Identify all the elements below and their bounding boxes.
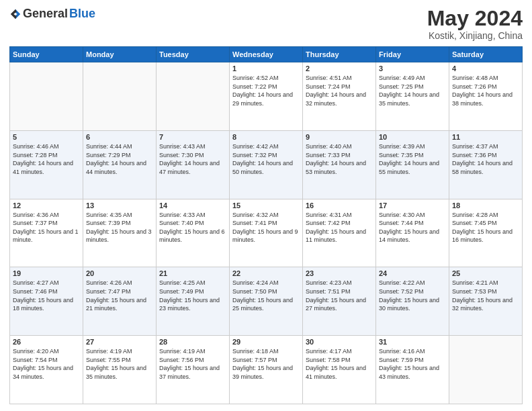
day-number: 31 xyxy=(379,338,446,346)
day-number: 5 xyxy=(13,133,80,141)
location: Kostik, Xinjiang, China xyxy=(427,30,523,41)
logo-blue: Blue xyxy=(69,7,95,21)
day-number: 26 xyxy=(13,338,80,346)
day-number: 12 xyxy=(13,201,80,210)
day-info: Sunrise: 4:33 AMSunset: 7:40 PMDaylight:… xyxy=(159,211,226,244)
day-number: 24 xyxy=(379,269,446,277)
day-number: 28 xyxy=(159,338,226,346)
day-number: 9 xyxy=(306,133,373,141)
weekday-header: Wednesday xyxy=(230,47,303,62)
day-info: Sunrise: 4:52 AMSunset: 7:22 PMDaylight:… xyxy=(232,74,300,107)
calendar-cell: 21Sunrise: 4:25 AMSunset: 7:49 PMDayligh… xyxy=(157,267,230,336)
calendar-cell: 12Sunrise: 4:36 AMSunset: 7:37 PMDayligh… xyxy=(10,199,83,267)
calendar-cell: 14Sunrise: 4:33 AMSunset: 7:40 PMDayligh… xyxy=(157,199,230,267)
day-number: 2 xyxy=(306,64,373,73)
day-info: Sunrise: 4:27 AMSunset: 7:46 PMDaylight:… xyxy=(13,279,80,312)
calendar-week-row: 1Sunrise: 4:52 AMSunset: 7:22 PMDaylight… xyxy=(10,62,523,131)
day-info: Sunrise: 4:30 AMSunset: 7:44 PMDaylight:… xyxy=(379,211,446,244)
day-info: Sunrise: 4:39 AMSunset: 7:35 PMDaylight:… xyxy=(379,142,446,176)
day-info: Sunrise: 4:40 AMSunset: 7:33 PMDaylight:… xyxy=(306,142,373,176)
calendar-cell: 28Sunrise: 4:19 AMSunset: 7:56 PMDayligh… xyxy=(157,336,230,404)
calendar-cell: 9Sunrise: 4:40 AMSunset: 7:33 PMDaylight… xyxy=(303,130,376,199)
calendar-cell: 15Sunrise: 4:32 AMSunset: 7:41 PMDayligh… xyxy=(230,199,303,267)
weekday-header: Tuesday xyxy=(157,47,230,62)
calendar-cell: 1Sunrise: 4:52 AMSunset: 7:22 PMDaylight… xyxy=(230,62,303,131)
day-number: 20 xyxy=(86,269,153,277)
day-number: 3 xyxy=(379,64,446,73)
day-number: 10 xyxy=(379,133,446,141)
day-info: Sunrise: 4:51 AMSunset: 7:24 PMDaylight:… xyxy=(306,74,373,107)
logo-general: General xyxy=(23,7,68,21)
calendar-cell: 16Sunrise: 4:31 AMSunset: 7:42 PMDayligh… xyxy=(303,199,376,267)
calendar-cell: 20Sunrise: 4:26 AMSunset: 7:47 PMDayligh… xyxy=(83,267,157,336)
day-number: 16 xyxy=(306,201,373,210)
day-number: 14 xyxy=(159,201,226,210)
calendar-cell: 22Sunrise: 4:24 AMSunset: 7:50 PMDayligh… xyxy=(230,267,303,336)
calendar-table: SundayMondayTuesdayWednesdayThursdayFrid… xyxy=(9,46,523,404)
day-info: Sunrise: 4:36 AMSunset: 7:37 PMDaylight:… xyxy=(13,211,80,244)
calendar-week-row: 26Sunrise: 4:20 AMSunset: 7:54 PMDayligh… xyxy=(10,336,523,404)
calendar-cell: 29Sunrise: 4:18 AMSunset: 7:57 PMDayligh… xyxy=(230,336,303,404)
day-number: 7 xyxy=(159,133,226,141)
day-number: 13 xyxy=(86,201,153,210)
calendar-week-row: 5Sunrise: 4:46 AMSunset: 7:28 PMDaylight… xyxy=(10,130,523,199)
day-number: 18 xyxy=(452,201,519,210)
day-info: Sunrise: 4:19 AMSunset: 7:56 PMDaylight:… xyxy=(159,347,226,381)
day-number: 8 xyxy=(232,133,300,141)
day-info: Sunrise: 4:48 AMSunset: 7:26 PMDaylight:… xyxy=(452,74,519,107)
weekday-header: Sunday xyxy=(10,47,83,62)
calendar-cell xyxy=(449,336,523,404)
day-info: Sunrise: 4:28 AMSunset: 7:45 PMDaylight:… xyxy=(452,211,519,244)
svg-marker-1 xyxy=(11,9,17,18)
calendar-cell xyxy=(157,62,230,131)
day-info: Sunrise: 4:22 AMSunset: 7:52 PMDaylight:… xyxy=(379,279,446,312)
calendar-cell: 27Sunrise: 4:19 AMSunset: 7:55 PMDayligh… xyxy=(83,336,157,404)
day-info: Sunrise: 4:46 AMSunset: 7:28 PMDaylight:… xyxy=(13,142,80,176)
calendar-cell: 24Sunrise: 4:22 AMSunset: 7:52 PMDayligh… xyxy=(376,267,449,336)
day-info: Sunrise: 4:23 AMSunset: 7:51 PMDaylight:… xyxy=(306,279,373,312)
day-info: Sunrise: 4:44 AMSunset: 7:29 PMDaylight:… xyxy=(86,142,153,176)
weekday-header: Saturday xyxy=(449,47,523,62)
day-number: 11 xyxy=(452,133,519,141)
logo-icon xyxy=(9,8,21,20)
day-info: Sunrise: 4:24 AMSunset: 7:50 PMDaylight:… xyxy=(232,279,300,312)
calendar-cell: 5Sunrise: 4:46 AMSunset: 7:28 PMDaylight… xyxy=(10,130,83,199)
calendar-cell: 2Sunrise: 4:51 AMSunset: 7:24 PMDaylight… xyxy=(303,62,376,131)
calendar-cell: 25Sunrise: 4:21 AMSunset: 7:53 PMDayligh… xyxy=(449,267,523,336)
day-info: Sunrise: 4:16 AMSunset: 7:59 PMDaylight:… xyxy=(379,347,446,381)
calendar-week-row: 12Sunrise: 4:36 AMSunset: 7:37 PMDayligh… xyxy=(10,199,523,267)
day-number: 29 xyxy=(232,338,300,346)
calendar-cell: 4Sunrise: 4:48 AMSunset: 7:26 PMDaylight… xyxy=(449,62,523,131)
calendar-cell: 13Sunrise: 4:35 AMSunset: 7:39 PMDayligh… xyxy=(83,199,157,267)
day-number: 1 xyxy=(232,64,300,73)
calendar-cell: 7Sunrise: 4:43 AMSunset: 7:30 PMDaylight… xyxy=(157,130,230,199)
day-info: Sunrise: 4:21 AMSunset: 7:53 PMDaylight:… xyxy=(452,279,519,312)
day-info: Sunrise: 4:17 AMSunset: 7:58 PMDaylight:… xyxy=(306,347,373,381)
day-info: Sunrise: 4:32 AMSunset: 7:41 PMDaylight:… xyxy=(232,211,300,244)
calendar-cell: 23Sunrise: 4:23 AMSunset: 7:51 PMDayligh… xyxy=(303,267,376,336)
calendar-cell: 11Sunrise: 4:37 AMSunset: 7:36 PMDayligh… xyxy=(449,130,523,199)
day-info: Sunrise: 4:49 AMSunset: 7:25 PMDaylight:… xyxy=(379,74,446,107)
calendar-cell: 30Sunrise: 4:17 AMSunset: 7:58 PMDayligh… xyxy=(303,336,376,404)
title-area: May 2024 Kostik, Xinjiang, China xyxy=(427,7,523,41)
calendar-cell: 17Sunrise: 4:30 AMSunset: 7:44 PMDayligh… xyxy=(376,199,449,267)
day-info: Sunrise: 4:31 AMSunset: 7:42 PMDaylight:… xyxy=(306,211,373,244)
day-number: 25 xyxy=(452,269,519,277)
day-number: 17 xyxy=(379,201,446,210)
calendar-cell: 19Sunrise: 4:27 AMSunset: 7:46 PMDayligh… xyxy=(10,267,83,336)
calendar-cell: 31Sunrise: 4:16 AMSunset: 7:59 PMDayligh… xyxy=(376,336,449,404)
calendar-cell: 10Sunrise: 4:39 AMSunset: 7:35 PMDayligh… xyxy=(376,130,449,199)
weekday-header: Thursday xyxy=(303,47,376,62)
day-info: Sunrise: 4:37 AMSunset: 7:36 PMDaylight:… xyxy=(452,142,519,176)
day-number: 6 xyxy=(86,133,153,141)
calendar-cell xyxy=(83,62,157,131)
weekday-header: Monday xyxy=(83,47,157,62)
calendar-cell: 8Sunrise: 4:42 AMSunset: 7:32 PMDaylight… xyxy=(230,130,303,199)
calendar-cell: 18Sunrise: 4:28 AMSunset: 7:45 PMDayligh… xyxy=(449,199,523,267)
day-info: Sunrise: 4:25 AMSunset: 7:49 PMDaylight:… xyxy=(159,279,226,312)
day-info: Sunrise: 4:42 AMSunset: 7:32 PMDaylight:… xyxy=(232,142,300,176)
calendar-cell: 6Sunrise: 4:44 AMSunset: 7:29 PMDaylight… xyxy=(83,130,157,199)
day-info: Sunrise: 4:35 AMSunset: 7:39 PMDaylight:… xyxy=(86,211,153,244)
logo: GeneralBlue xyxy=(9,7,95,21)
day-number: 19 xyxy=(13,269,80,277)
